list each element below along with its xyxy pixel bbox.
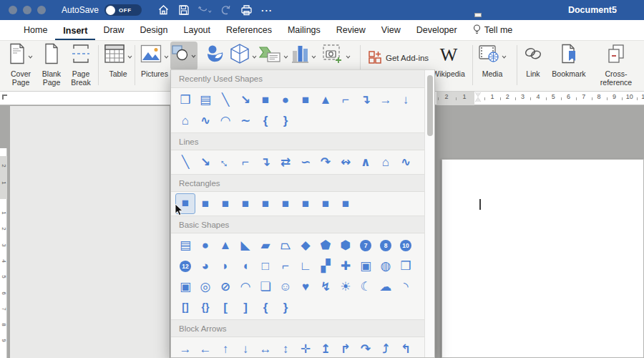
- no-symbol-shape[interactable]: ⊘: [215, 276, 235, 297]
- u-turn-arrow-shape[interactable]: ↷: [356, 339, 376, 358]
- lightning-bolt-shape[interactable]: ↯: [316, 276, 336, 297]
- elbow-arrow-connector-shape[interactable]: ↴: [356, 90, 376, 110]
- rectangle-shape[interactable]: ■: [255, 90, 275, 110]
- left-bracket-shape[interactable]: [: [215, 297, 235, 318]
- more-commands-icon[interactable]: ···: [261, 5, 273, 16]
- can-shape[interactable]: ◍: [376, 256, 396, 276]
- redo-icon[interactable]: [218, 3, 233, 17]
- tab-review[interactable]: Review: [328, 21, 374, 40]
- left-brace-shape[interactable]: {: [255, 297, 275, 318]
- media-button[interactable]: Media: [474, 42, 510, 90]
- left-right-arrow-shape[interactable]: ↔: [255, 339, 275, 358]
- autosave-toggle[interactable]: OFF: [104, 4, 142, 16]
- scribble-shape[interactable]: ∿: [195, 110, 215, 131]
- plaque-shape[interactable]: ▣: [356, 256, 376, 276]
- tab-tell-me[interactable]: Tell me: [465, 20, 521, 40]
- snip-single-corner-rectangle-shape[interactable]: ■: [215, 193, 235, 214]
- bookmark-button[interactable]: Bookmark: [548, 42, 590, 90]
- round-diagonal-corner-rectangle-shape[interactable]: ■: [336, 193, 356, 214]
- wikipedia-button[interactable]: W Wikipedia: [429, 42, 468, 90]
- link-button[interactable]: Link: [520, 42, 546, 90]
- document-page[interactable]: [441, 159, 644, 358]
- bevel-shape[interactable]: ▣: [175, 276, 195, 297]
- page-break-button[interactable]: Page Break: [66, 42, 96, 90]
- isosceles-triangle-shape[interactable]: ▲: [316, 90, 336, 110]
- arc-shape[interactable]: ◝: [396, 276, 416, 297]
- diamond-shape[interactable]: ◆: [296, 235, 316, 256]
- minimize-window-button[interactable]: [23, 6, 31, 14]
- round-same-side-corner-rectangle-shape[interactable]: ■: [316, 193, 336, 214]
- tab-design[interactable]: Design: [132, 21, 176, 40]
- vertical-ruler[interactable]: 21123456789: [0, 148, 7, 358]
- double-brace-shape[interactable]: {}: [195, 297, 215, 318]
- right-arrow-shape[interactable]: →: [175, 339, 195, 358]
- undo-icon[interactable]: [197, 3, 212, 17]
- cube-shape[interactable]: ❒: [175, 90, 195, 110]
- close-window-button[interactable]: [9, 6, 17, 14]
- freeform-shape[interactable]: ⌂: [175, 110, 195, 131]
- quad-arrow-shape[interactable]: ✛: [296, 339, 316, 358]
- frame-shape[interactable]: □: [255, 256, 275, 276]
- scrollbar-thumb[interactable]: [427, 75, 433, 136]
- tab-draw[interactable]: Draw: [95, 21, 132, 40]
- tab-home[interactable]: Home: [16, 21, 55, 40]
- parallelogram-shape[interactable]: ▰: [255, 235, 275, 256]
- bent-up-arrow-shape[interactable]: ⤴: [376, 339, 396, 358]
- cube-shape[interactable]: ❒: [396, 256, 416, 276]
- line-shape[interactable]: ╲: [215, 90, 235, 110]
- smiley-face-shape[interactable]: ☺: [275, 276, 296, 297]
- snip-diagonal-corner-rectangle-shape[interactable]: ■: [255, 193, 275, 214]
- elbow-arrow-connector-shape[interactable]: ↴: [255, 152, 275, 173]
- oval-shape[interactable]: ●: [275, 90, 296, 110]
- sun-shape[interactable]: ☀: [336, 276, 356, 297]
- round-single-corner-rectangle-shape[interactable]: ■: [296, 193, 316, 214]
- zoom-window-button[interactable]: [37, 6, 46, 14]
- tab-view[interactable]: View: [374, 21, 409, 40]
- cloud-shape[interactable]: ☁: [376, 276, 396, 297]
- first-line-indent-marker[interactable]: [475, 92, 481, 97]
- regular-pentagon-shape[interactable]: ⬟: [316, 235, 336, 256]
- folded-corner-shape[interactable]: ❏: [255, 276, 275, 297]
- tab-insert[interactable]: Insert: [55, 21, 95, 41]
- save-icon[interactable]: [177, 3, 191, 17]
- octagon-shape[interactable]: [376, 235, 396, 256]
- tab-layout[interactable]: Layout: [175, 21, 218, 40]
- donut-shape[interactable]: ◎: [195, 276, 215, 297]
- l-shape-shape[interactable]: ∟: [296, 256, 316, 276]
- curve-shape[interactable]: ∧: [356, 152, 376, 173]
- half-frame-shape[interactable]: ⌐: [275, 256, 296, 276]
- arc-shape[interactable]: ◠: [215, 110, 235, 131]
- pie-shape[interactable]: ◕: [195, 256, 215, 276]
- diagonal-stripe-shape[interactable]: ▞: [316, 256, 336, 276]
- home-icon[interactable]: [156, 3, 170, 17]
- tab-mailings[interactable]: Mailings: [280, 21, 328, 40]
- elbow-connector-shape[interactable]: ⌐: [336, 90, 356, 110]
- bent-arrow-shape[interactable]: ↱: [336, 339, 356, 358]
- left-up-arrow-shape[interactable]: ↰: [396, 339, 416, 358]
- shapes-button[interactable]: [170, 42, 197, 70]
- block-arc-shape[interactable]: ◠: [235, 276, 255, 297]
- text-box-shape[interactable]: ▤: [195, 90, 215, 110]
- trapezoid-shape[interactable]: ⏢: [275, 235, 296, 256]
- right-arrow-shape[interactable]: →: [376, 90, 396, 110]
- tab-references[interactable]: References: [218, 21, 280, 40]
- dodecagon-shape[interactable]: [175, 256, 195, 276]
- teardrop-shape[interactable]: ◗: [215, 256, 235, 276]
- rounded-rectangle-shape[interactable]: ■: [296, 90, 316, 110]
- curved-double-arrow-connector-shape[interactable]: ↭: [336, 152, 356, 173]
- table-button[interactable]: Table: [102, 42, 135, 90]
- dropdown-scrollbar[interactable]: [424, 70, 434, 358]
- elbow-double-arrow-connector-shape[interactable]: ⇄: [275, 152, 296, 173]
- decagon-shape[interactable]: [396, 235, 416, 256]
- snip-and-round-single-corner-rectangle-shape[interactable]: ■: [275, 193, 296, 214]
- tab-selector-icon[interactable]: [2, 95, 7, 100]
- left-right-up-arrow-shape[interactable]: ↥: [316, 339, 336, 358]
- oval-shape[interactable]: ●: [195, 235, 215, 256]
- cross-shape[interactable]: ✚: [336, 256, 356, 276]
- moon-shape[interactable]: ☾: [356, 276, 376, 297]
- print-icon[interactable]: [239, 3, 253, 17]
- left-brace-shape[interactable]: {: [255, 110, 275, 131]
- line-shape[interactable]: ╲: [175, 152, 195, 173]
- cross-reference-button[interactable]: Cross-reference: [590, 42, 643, 90]
- tab-developer[interactable]: Developer: [409, 21, 465, 40]
